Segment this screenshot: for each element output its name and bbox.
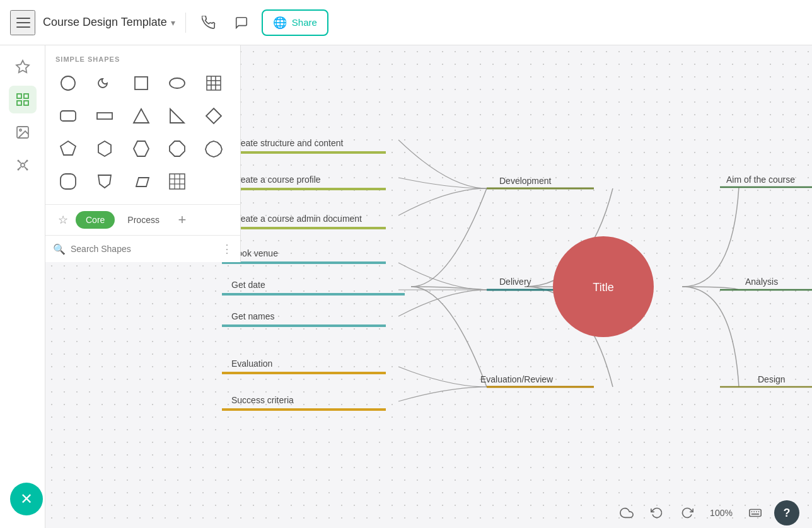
search-input[interactable] — [71, 244, 216, 254]
svg-rect-20 — [61, 111, 76, 121]
shape-table[interactable] — [199, 68, 229, 98]
shapes-section-label: SIMPLE SHAPES — [45, 45, 240, 68]
svg-marker-29 — [206, 141, 222, 157]
search-bar: 🔍 ⋮ — [45, 235, 240, 262]
shape-circle[interactable] — [53, 68, 83, 98]
tab-process[interactable]: Process — [117, 211, 170, 229]
title-dropdown-icon: ▾ — [171, 18, 175, 28]
shape-hexagon2[interactable] — [126, 134, 156, 164]
svg-point-7 — [21, 163, 25, 167]
svg-marker-24 — [206, 108, 221, 123]
shape-parallelogram[interactable] — [126, 166, 156, 197]
phone-button[interactable] — [196, 10, 221, 35]
svg-text:Create structure and content: Create structure and content — [231, 138, 344, 148]
share-label: Share — [292, 17, 317, 28]
svg-point-9 — [26, 160, 28, 162]
header-divider — [185, 13, 186, 33]
svg-text:Design: Design — [758, 374, 786, 384]
document-title: Course Design Template — [43, 16, 167, 29]
shapes-grid — [45, 68, 240, 204]
cloud-button[interactable] — [615, 502, 638, 524]
left-sidebar — [0, 45, 45, 528]
svg-point-8 — [17, 160, 19, 162]
tab-core[interactable]: Core — [76, 211, 115, 229]
svg-rect-13 — [135, 77, 148, 89]
shape-rounded-small[interactable] — [53, 166, 83, 197]
svg-rect-15 — [207, 76, 221, 90]
help-button[interactable]: ? — [774, 500, 799, 525]
svg-text:Evaluation: Evaluation — [231, 359, 272, 369]
shape-crescent[interactable] — [90, 68, 120, 98]
menu-button[interactable] — [10, 10, 35, 35]
svg-marker-26 — [98, 141, 111, 156]
svg-rect-67 — [750, 510, 761, 517]
svg-text:Title: Title — [593, 281, 613, 294]
svg-text:Evaluation/Review: Evaluation/Review — [480, 374, 554, 384]
title-area[interactable]: Course Design Template ▾ — [43, 16, 175, 29]
svg-marker-25 — [61, 141, 76, 155]
shape-grid2[interactable] — [162, 166, 192, 197]
svg-text:Delivery: Delivery — [499, 277, 531, 287]
undo-button[interactable] — [646, 502, 668, 524]
close-fab[interactable]: ✕ — [10, 483, 43, 515]
shape-decagon[interactable] — [199, 134, 229, 164]
redo-button[interactable] — [676, 502, 699, 524]
svg-marker-31 — [136, 178, 149, 187]
svg-point-6 — [20, 129, 21, 131]
shape-shield[interactable] — [90, 166, 120, 197]
svg-point-12 — [61, 76, 75, 90]
svg-text:Development: Development — [499, 176, 552, 186]
shape-triangle[interactable] — [126, 101, 156, 131]
keyboard-button[interactable] — [744, 502, 767, 524]
svg-rect-3 — [17, 101, 21, 105]
svg-text:Aim of the course: Aim of the course — [726, 175, 795, 185]
shapes-panel: SIMPLE SHAPES — [45, 45, 241, 262]
svg-text:Get date: Get date — [231, 280, 265, 290]
svg-rect-4 — [24, 101, 28, 105]
globe-icon: 🌐 — [273, 16, 287, 30]
bottom-bar: 100% ? — [45, 498, 812, 528]
shape-pentagon[interactable] — [53, 134, 83, 164]
search-more-icon[interactable]: ⋮ — [221, 242, 233, 256]
search-icon: 🔍 — [53, 243, 66, 255]
svg-text:Get names: Get names — [231, 311, 274, 321]
svg-text:Create a course admin document: Create a course admin document — [231, 214, 362, 224]
sidebar-icon-image[interactable] — [9, 118, 37, 146]
shape-right-triangle[interactable] — [162, 101, 192, 131]
shape-tabs: ☆ Core Process + — [45, 204, 240, 235]
svg-text:Success criteria: Success criteria — [231, 395, 294, 405]
svg-point-14 — [170, 78, 185, 88]
shape-square[interactable] — [126, 68, 156, 98]
svg-text:Analysis: Analysis — [745, 277, 778, 287]
sidebar-icon-shapes[interactable] — [9, 151, 37, 179]
svg-rect-32 — [170, 174, 185, 189]
svg-point-11 — [26, 169, 28, 171]
zoom-level: 100% — [706, 508, 736, 518]
shape-wide-rect[interactable] — [90, 101, 120, 131]
sidebar-icon-grid[interactable] — [9, 86, 37, 113]
svg-marker-28 — [170, 141, 185, 156]
sidebar-icon-star[interactable] — [9, 53, 37, 81]
tab-add[interactable]: + — [172, 210, 192, 230]
svg-marker-23 — [170, 109, 184, 123]
tab-starred[interactable]: ☆ — [53, 210, 73, 230]
svg-rect-2 — [24, 94, 28, 98]
svg-rect-21 — [97, 113, 112, 119]
svg-rect-1 — [17, 94, 21, 98]
shape-ellipse[interactable] — [162, 68, 192, 98]
shape-hexagon1[interactable] — [90, 134, 120, 164]
svg-marker-0 — [16, 60, 29, 72]
header: Course Design Template ▾ 🌐 Share — [0, 0, 812, 45]
shape-rounded-rect[interactable] — [53, 101, 83, 131]
svg-rect-30 — [61, 174, 76, 189]
svg-marker-22 — [134, 109, 149, 123]
svg-text:Create a course profile: Create a course profile — [231, 175, 321, 185]
chat-button[interactable] — [229, 10, 254, 35]
share-button[interactable]: 🌐 Share — [262, 9, 328, 36]
svg-point-10 — [17, 169, 19, 171]
shape-diamond[interactable] — [199, 101, 229, 131]
shape-octagon[interactable] — [162, 134, 192, 164]
svg-marker-27 — [134, 141, 149, 156]
